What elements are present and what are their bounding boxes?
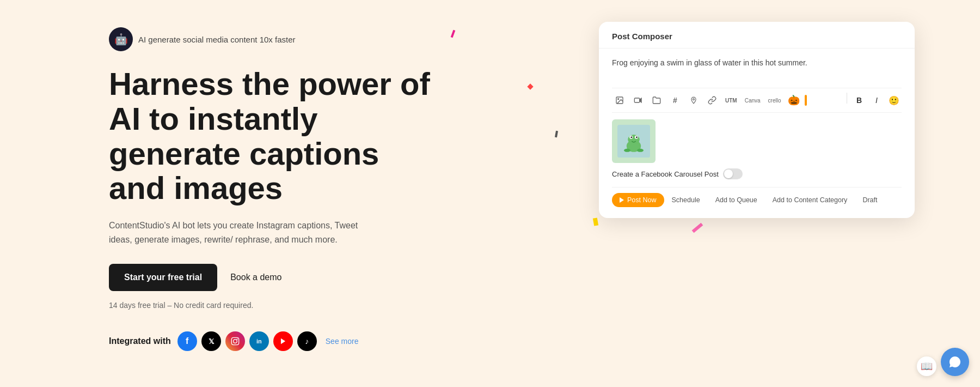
instagram-icon[interactable] [225, 331, 245, 351]
play-icon [620, 197, 624, 203]
svg-point-16 [624, 149, 630, 152]
integrations-label: Integrated with [109, 336, 171, 346]
hashtag-tool-icon[interactable]: # [667, 93, 683, 108]
toolbar-divider [847, 93, 847, 104]
carousel-toggle-row: Create a Facebook Carousel Post [612, 168, 902, 179]
frog-image [617, 125, 650, 158]
emoji-tool-icon[interactable]: 🎃 [786, 93, 801, 108]
ui-mockup-section: Post Composer Frog enjoying a swim in gl… [599, 22, 915, 218]
linkedin-icon[interactable]: in [249, 331, 269, 351]
svg-point-17 [637, 149, 644, 152]
composer-toolbar: # UTM Canva crello 🎃 B [612, 88, 902, 113]
see-more-link[interactable]: See more [326, 337, 359, 346]
product-badge: 🤖 AI generate social media content 10x f… [109, 27, 436, 51]
svg-point-2 [236, 339, 237, 340]
toggle-dot [724, 170, 733, 178]
add-to-queue-button[interactable]: Add to Queue [708, 193, 765, 207]
hero-heading: Harness the power of AI to instantly gen… [109, 66, 436, 205]
composer-header: Post Composer [599, 22, 915, 49]
book-demo-button[interactable]: Book a demo [230, 273, 281, 282]
svg-rect-0 [231, 338, 238, 345]
svg-point-1 [233, 340, 237, 343]
youtube-icon[interactable] [273, 331, 293, 351]
svg-point-5 [618, 99, 619, 100]
image-preview [612, 119, 656, 163]
color-bar-tool[interactable] [805, 95, 807, 106]
svg-rect-6 [634, 98, 639, 102]
composer-text-area[interactable]: Frog enjoying a swim in glass of water i… [612, 57, 902, 79]
hero-subtext: ContentStudio's AI bot lets you create I… [109, 219, 370, 246]
hero-section: 🤖 AI generate social media content 10x f… [109, 27, 436, 351]
confetti-decoration [593, 217, 598, 226]
canva-tool[interactable]: Canva [743, 93, 763, 108]
bold-tool-icon[interactable]: B [852, 93, 867, 108]
social-icon-list: f 𝕏 in ♪ [177, 331, 317, 351]
svg-point-8 [693, 99, 695, 100]
confetti-decoration [555, 131, 558, 138]
svg-marker-7 [640, 98, 642, 104]
post-now-button[interactable]: Post Now [612, 193, 664, 207]
badge-text: AI generate social media content 10x fas… [138, 35, 296, 44]
composer-card: Post Composer Frog enjoying a swim in gl… [599, 22, 915, 218]
robot-icon: 🤖 [109, 27, 133, 51]
confetti-decoration [692, 223, 703, 233]
trial-note: 14 days free trial – No credit card requ… [109, 301, 436, 310]
draft-button[interactable]: Draft [855, 193, 885, 207]
start-trial-button[interactable]: Start your free trial [109, 264, 217, 291]
svg-point-14 [630, 136, 632, 138]
help-book-icon[interactable]: 📖 [917, 356, 936, 376]
location-tool-icon[interactable] [686, 93, 701, 108]
utm-tool[interactable]: UTM [723, 93, 739, 108]
image-tool-icon[interactable] [612, 93, 627, 108]
composer-title: Post Composer [612, 32, 672, 41]
svg-point-15 [636, 136, 638, 138]
composer-action-bar: Post Now Schedule Add to Queue Add to Co… [612, 187, 902, 209]
toolbar-right-group: B I 🙂 [844, 93, 902, 108]
composer-body: Frog enjoying a swim in glass of water i… [599, 49, 915, 218]
confetti-decoration [451, 30, 456, 38]
integrations-row: Integrated with f 𝕏 in ♪ See more [109, 331, 436, 351]
crello-tool[interactable]: crello [766, 93, 783, 108]
schedule-button[interactable]: Schedule [664, 193, 708, 207]
chat-widget[interactable] [941, 348, 969, 376]
emoji-picker-icon[interactable]: 🙂 [886, 93, 902, 108]
confetti-decoration [527, 83, 533, 89]
add-to-content-category-button[interactable]: Add to Content Category [765, 193, 855, 207]
svg-marker-3 [281, 338, 285, 344]
chat-icon [948, 355, 961, 368]
video-tool-icon[interactable] [630, 93, 646, 108]
italic-tool-icon[interactable]: I [869, 93, 884, 108]
carousel-label: Create a Facebook Carousel Post [612, 170, 719, 178]
carousel-toggle[interactable] [723, 168, 743, 179]
tiktok-icon[interactable]: ♪ [297, 331, 317, 351]
cta-button-group: Start your free trial Book a demo [109, 264, 436, 291]
twitter-x-icon[interactable]: 𝕏 [201, 331, 221, 351]
svg-point-11 [628, 135, 640, 144]
folder-tool-icon[interactable] [649, 93, 664, 108]
link-tool-icon[interactable] [705, 93, 720, 108]
facebook-icon[interactable]: f [177, 331, 197, 351]
